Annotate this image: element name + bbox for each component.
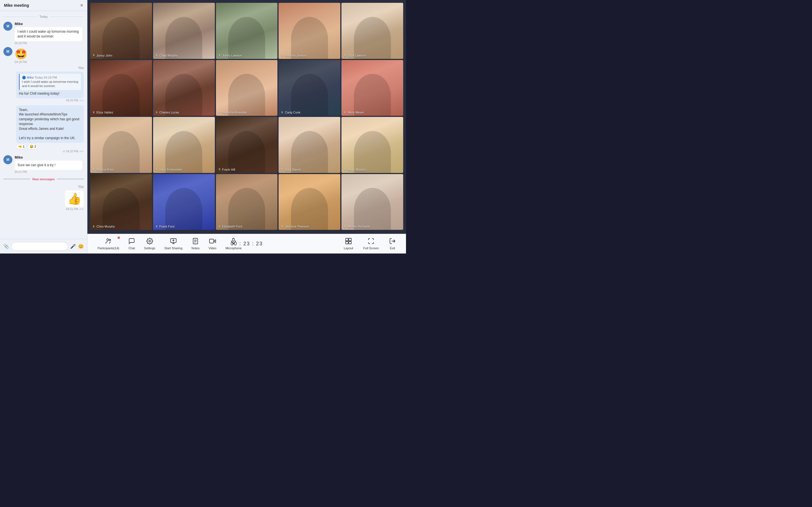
svg-rect-13 bbox=[346, 241, 348, 244]
notes-button[interactable]: Notes bbox=[187, 236, 204, 251]
settings-icon bbox=[146, 238, 153, 245]
emoji-picker-button[interactable]: 😊 bbox=[78, 244, 84, 249]
close-icon: × bbox=[80, 3, 83, 8]
participant-name: 🎙 Carig Cook bbox=[281, 111, 300, 114]
video-tile[interactable]: 🎙 Mery Meyer bbox=[342, 60, 403, 116]
svg-point-2 bbox=[149, 240, 151, 242]
video-tile[interactable]: 🎙 Eliza Valdez bbox=[90, 60, 152, 116]
chat-icon bbox=[128, 238, 135, 245]
notes-label: Notes bbox=[192, 246, 200, 250]
message-time: 04:21 PM bbox=[15, 170, 84, 173]
close-button[interactable]: × bbox=[80, 3, 83, 8]
share-icon bbox=[170, 238, 177, 245]
message-group-right: Team,We launched #RemoteWorkTips campaig… bbox=[3, 104, 84, 153]
message-time: 04:18 PM bbox=[15, 61, 84, 64]
attachment-button[interactable]: 📎 bbox=[3, 244, 9, 249]
participants-button[interactable]: Participants(14) bbox=[93, 236, 124, 251]
avatar: M bbox=[3, 47, 12, 56]
mic-icon: 🎙 bbox=[281, 54, 284, 57]
voice-input-button[interactable]: 🎤 bbox=[70, 244, 76, 249]
participant-name: 🎙 Mery Meyer bbox=[344, 111, 364, 114]
video-tile[interactable]: 🎙 Bianca Ross bbox=[90, 117, 152, 173]
mic-icon: 🎙 bbox=[281, 111, 284, 114]
chat-input[interactable] bbox=[11, 242, 68, 251]
mic-icon: 🎙 bbox=[155, 168, 158, 171]
avatar: M bbox=[3, 155, 12, 164]
video-tile[interactable]: 🎙 Elizabeth Ford bbox=[216, 174, 278, 230]
video-tile-active[interactable]: 🎙 Jonny Lawson bbox=[216, 3, 278, 59]
reply-quote: 🔵 Mike Today 04:18 PM I wish I could wak… bbox=[19, 74, 81, 90]
mic-icon: 🎙 bbox=[344, 225, 347, 228]
participant-name: 🎙 Eliza Valdez bbox=[93, 111, 113, 114]
participant-name: 🎙 Chris Murphy bbox=[93, 225, 115, 228]
participant-name: 🎙 Chad Murphy bbox=[155, 54, 178, 57]
mic-icon: 🎙 bbox=[218, 225, 221, 228]
video-grid: 🎙 Jonny John 🎙 Chad Murphy 🎙 Jonny Lawso… bbox=[87, 0, 406, 234]
message-time: 04:20 PM ✓✓ bbox=[16, 99, 84, 102]
fullscreen-icon bbox=[368, 238, 374, 245]
video-button[interactable]: Video bbox=[204, 236, 221, 251]
chat-button[interactable]: Chat bbox=[124, 236, 140, 251]
mic-icon: 🎙 bbox=[93, 111, 95, 114]
layout-icon bbox=[345, 238, 352, 245]
participant-name: 🎙 Ryan Murphy bbox=[344, 168, 366, 171]
mic-icon: 🎙 bbox=[344, 54, 347, 57]
video-tile[interactable]: 🎙 Amber Richards bbox=[342, 174, 403, 230]
notification-dot bbox=[117, 237, 120, 239]
bottom-toolbar: Participants(14) Chat Settings bbox=[87, 234, 406, 253]
you-label: You bbox=[78, 66, 84, 70]
mic-icon: 🎙 bbox=[93, 225, 95, 228]
video-tile[interactable]: 🎙 Jasmine Pearson bbox=[278, 174, 340, 230]
video-tile[interactable]: 🎙 Chris Murphy bbox=[90, 174, 152, 230]
participant-name: 🎙 Frank Hill bbox=[218, 168, 235, 171]
mic-icon: 🎙 bbox=[93, 54, 95, 57]
mic-icon: 🎙 bbox=[281, 225, 284, 228]
avatar: M bbox=[3, 22, 12, 31]
layout-button[interactable]: Layout bbox=[339, 236, 357, 251]
sidebar-header: Mike meeting × bbox=[0, 0, 87, 11]
video-tile[interactable]: 🎙 Ryan Murphy bbox=[342, 117, 403, 173]
svg-marker-8 bbox=[214, 240, 216, 242]
emoji-message: 👍 bbox=[65, 190, 84, 207]
video-tile[interactable]: 🎙 Chad Murphy bbox=[153, 3, 215, 59]
mic-icon: 🎙 bbox=[281, 168, 284, 171]
message-bubble: I wish I could wake up tomorrow morning … bbox=[15, 27, 82, 41]
video-tile[interactable]: 🎙 Carig Cook bbox=[278, 60, 340, 116]
message-bubble: Sure we can give it a try ! bbox=[15, 161, 82, 170]
video-tile[interactable]: 🎙 Natasha Alvarada bbox=[216, 60, 278, 116]
mic-icon: 🎙 bbox=[344, 168, 347, 171]
message-bubble: 🔵 Mike Today 04:18 PM I wish I could wak… bbox=[16, 71, 84, 98]
message-bubble: Team,We launched #RemoteWorkTips campaig… bbox=[16, 105, 84, 143]
mic-icon: 🎙 bbox=[155, 54, 158, 57]
exit-button[interactable]: Exit bbox=[385, 236, 400, 251]
video-tile[interactable]: 🎙 Frank Ford bbox=[153, 174, 215, 230]
video-icon bbox=[209, 238, 216, 245]
exit-label: Exit bbox=[390, 246, 395, 250]
reaction-button[interactable]: 🤜 1 bbox=[16, 144, 27, 149]
notes-icon bbox=[192, 238, 199, 245]
fullscreen-button[interactable]: Full Screen bbox=[359, 236, 384, 251]
settings-button[interactable]: Settings bbox=[140, 236, 160, 251]
exit-icon bbox=[389, 238, 396, 245]
participant-name: 🎙 Jasmine Pearson bbox=[281, 225, 309, 228]
message-sender: Mike bbox=[15, 155, 84, 159]
video-tile[interactable]: 🎙 Frank Hill bbox=[216, 117, 278, 173]
participant-name: 🎙 Kathryn Jonson bbox=[281, 54, 306, 57]
chat-input-bar: 📎 🎤 😊 bbox=[0, 239, 87, 253]
video-tile[interactable]: 🎙 Eliza Lawson bbox=[342, 3, 403, 59]
video-tile[interactable]: 🎙 Kathryn Jonson bbox=[278, 3, 340, 59]
video-label: Video bbox=[209, 246, 216, 250]
video-tile[interactable]: 🎙 Jonny John bbox=[90, 3, 152, 59]
timer-display: 00 : 23 : 23 bbox=[231, 241, 263, 247]
video-tile[interactable]: 🎙 Sara Barret bbox=[278, 117, 340, 173]
reactions-bar: 🤜 1 😂 2 bbox=[16, 144, 84, 149]
settings-label: Settings bbox=[144, 246, 155, 250]
video-tile[interactable]: 🎙 Sara Scheneider bbox=[153, 117, 215, 173]
reaction-button[interactable]: 😂 2 bbox=[28, 144, 38, 149]
mic-icon: 🎙 bbox=[218, 168, 221, 171]
video-tile[interactable]: 🎙 Charles Lucas bbox=[153, 60, 215, 116]
emoji-message: 🤩 bbox=[15, 48, 84, 60]
svg-point-0 bbox=[107, 239, 109, 241]
svg-rect-9 bbox=[209, 239, 214, 243]
start-sharing-button[interactable]: Start Sharing bbox=[160, 236, 187, 251]
